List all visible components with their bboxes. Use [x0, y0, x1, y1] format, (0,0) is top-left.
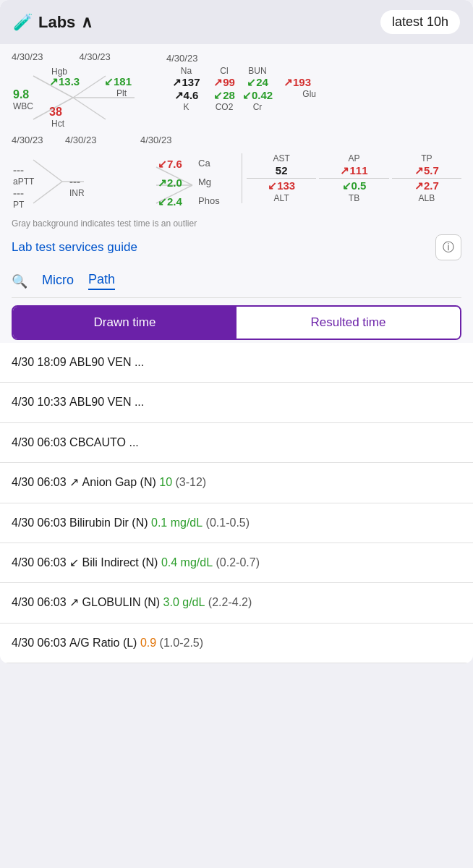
glu-label2: Glu	[276, 89, 319, 102]
plt-label: Plt	[116, 88, 127, 98]
ca-val: ↙7.6	[158, 158, 182, 171]
co2-label: CO2	[209, 102, 239, 112]
lab-list-item[interactable]: 4/30 18:09 ABL90 VEN ...	[0, 343, 473, 383]
pt-val: ---	[13, 187, 24, 199]
cr-label: Cr	[242, 102, 273, 112]
k-label: K	[166, 102, 206, 112]
coag-fishbone: --- aPTT --- PT --- INR	[12, 149, 149, 214]
alt-val: ↙133	[247, 179, 316, 192]
cbc-date2: 4/30/23	[79, 51, 110, 62]
resulted-time-btn[interactable]: Resulted time	[236, 307, 460, 339]
lab-services-row: Lab test services guide ⓘ	[12, 234, 461, 260]
bmp-section: 4/30/23 Na Cl BUN ↗137 ↗99 ↙24 ↗193 ↗4.6…	[163, 51, 461, 130]
coag-date-col: 4/30/23	[12, 133, 55, 146]
lab-list-item[interactable]: 4/30 06:03 ↗ Anion Gap (N) 10 (3-12)	[0, 463, 473, 503]
tp-label: TP	[392, 153, 461, 163]
search-icon[interactable]: 🔍	[12, 273, 27, 289]
alb-val: ↗2.7	[392, 179, 461, 192]
lab-list-item[interactable]: 4/30 06:03 ↙ Bili Indirect (N) 0.4 mg/dL…	[0, 543, 473, 583]
glu-label	[276, 66, 319, 76]
cl-val: ↗99	[209, 76, 239, 89]
tabs-row: 🔍 Micro Path	[12, 269, 461, 298]
cr-val: ↙0.42	[242, 89, 273, 102]
lab-list-item[interactable]: 4/30 06:03 CBCAUTO ...	[0, 423, 473, 463]
chevron-icon[interactable]: ∧	[81, 13, 93, 32]
tab-path[interactable]: Path	[88, 272, 115, 290]
ast-val: 52	[247, 164, 316, 177]
header-title: Labs	[38, 13, 75, 32]
co2-val: ↙28	[209, 89, 239, 102]
elec-date: 4/30/23	[65, 135, 96, 145]
main-card: 🧪 Labs ∧ latest 10h 4/30/23 4/30/23	[0, 0, 473, 663]
lft-inner-grid: AST AP TP 52 ↗111 ↗5.7 ↙133 ↙0.5 ↗2.7 AL…	[242, 153, 461, 203]
bmp-date: 4/30/23	[166, 51, 461, 64]
lab-list-item[interactable]: 4/30 06:03 Bilirubin Dir (N) 0.1 mg/dL (…	[0, 503, 473, 543]
ca-label: Ca	[198, 158, 210, 169]
tb-label: TB	[319, 193, 388, 203]
cbc-bmp-row: 4/30/23 4/30/23 9.8 WBC	[12, 51, 461, 130]
coag-date: 4/30/23	[12, 135, 43, 145]
bmp-date-label: 4/30/23	[166, 53, 197, 64]
svg-line-7	[33, 182, 62, 203]
plt-val: ↙181	[104, 75, 132, 88]
lft-grid: AST AP TP 52 ↗111 ↗5.7 ↙133 ↙0.5 ↗2.7 AL…	[242, 153, 461, 203]
bun-val: ↙24	[242, 76, 273, 89]
pt-label: PT	[13, 200, 24, 210]
coag-elec-lft-row: 4/30/23 4/30/23 4/30/23	[12, 133, 461, 146]
labs-header: 🧪 Labs ∧ latest 10h	[0, 0, 473, 44]
header-title-group: 🧪 Labs ∧	[13, 13, 93, 32]
lab-list-item[interactable]: 4/30 06:03 ↗ GLOBULIN (N) 3.0 g/dL (2.2-…	[0, 583, 473, 623]
na-label: Na	[166, 66, 206, 76]
time-toggle: Drawn time Resulted time	[12, 305, 461, 340]
drawn-time-btn[interactable]: Drawn time	[13, 307, 236, 339]
wbc-label: WBC	[13, 101, 33, 111]
phos-val: ↙2.4	[158, 195, 182, 208]
bun-label: BUN	[242, 66, 273, 76]
cbc-fishbone-svg	[12, 65, 163, 130]
lab-list-item[interactable]: 4/30 06:03 A/G Ratio (L) 0.9 (1.0-2.5)	[0, 624, 473, 663]
tp-val: ↗5.7	[392, 164, 461, 177]
mg-val: ↗2.0	[158, 176, 182, 190]
ap-val: ↗111	[319, 164, 388, 177]
gray-note: Gray background indicates test time is a…	[12, 218, 461, 229]
tab-micro[interactable]: Micro	[42, 273, 74, 289]
cbc-date1: 4/30/23	[12, 51, 43, 62]
aptt-val: ---	[13, 163, 24, 176]
ast-label: AST	[247, 153, 316, 163]
flask-icon: 🧪	[13, 13, 33, 32]
lft-date: 4/30/23	[140, 135, 171, 145]
cbc-fishbone: 9.8 WBC Hgb ↗13.3 38 Hct Plt ↙181	[12, 65, 163, 130]
alt-label: ALT	[247, 193, 316, 203]
hct-label: Hct	[51, 119, 64, 129]
aptt-label: aPTT	[13, 176, 34, 187]
lab-services-link[interactable]: Lab test services guide	[12, 240, 137, 255]
alb-label: ALB	[392, 193, 461, 203]
hct-val: 38	[49, 106, 62, 119]
cbc-section: 4/30/23 4/30/23 9.8 WBC	[12, 51, 163, 130]
mg-label: Mg	[198, 176, 211, 187]
info-icon: ⓘ	[443, 240, 454, 255]
labs-display: 4/30/23 4/30/23 9.8 WBC	[0, 44, 473, 343]
k-val: ↗4.6	[166, 89, 206, 102]
ap-label: AP	[319, 153, 388, 163]
tb-val: ↙0.5	[319, 179, 388, 192]
inr-val: ---	[69, 175, 80, 187]
wbc-val: 9.8	[13, 88, 29, 101]
hgb-val: ↗13.3	[49, 75, 80, 88]
phos-label: Phos	[198, 195, 220, 206]
info-button[interactable]: ⓘ	[435, 234, 461, 260]
glu-val: ↗193	[276, 76, 319, 89]
elec-date-col: 4/30/23	[65, 133, 130, 146]
latest-badge: latest 10h	[380, 10, 460, 34]
svg-line-4	[73, 98, 106, 119]
lab-list-item[interactable]: 4/30 10:33 ABL90 VEN ...	[0, 383, 473, 422]
na-val: ↗137	[166, 76, 206, 89]
lft-date-col: 4/30/23	[140, 133, 461, 146]
cbc-dates: 4/30/23 4/30/23	[12, 51, 163, 64]
cl-label: Cl	[209, 66, 239, 76]
coag-elec-lft-vals: --- aPTT --- PT --- INR ↙7.6 Ca ↗2.0	[12, 149, 461, 214]
lab-list: 4/30 18:09 ABL90 VEN ...4/30 10:33 ABL90…	[0, 343, 473, 663]
inr-label: INR	[69, 188, 85, 198]
bmp-grid: Na Cl BUN ↗137 ↗99 ↙24 ↗193 ↗4.6 ↙28 ↙0.…	[166, 66, 461, 112]
svg-line-6	[33, 160, 62, 182]
